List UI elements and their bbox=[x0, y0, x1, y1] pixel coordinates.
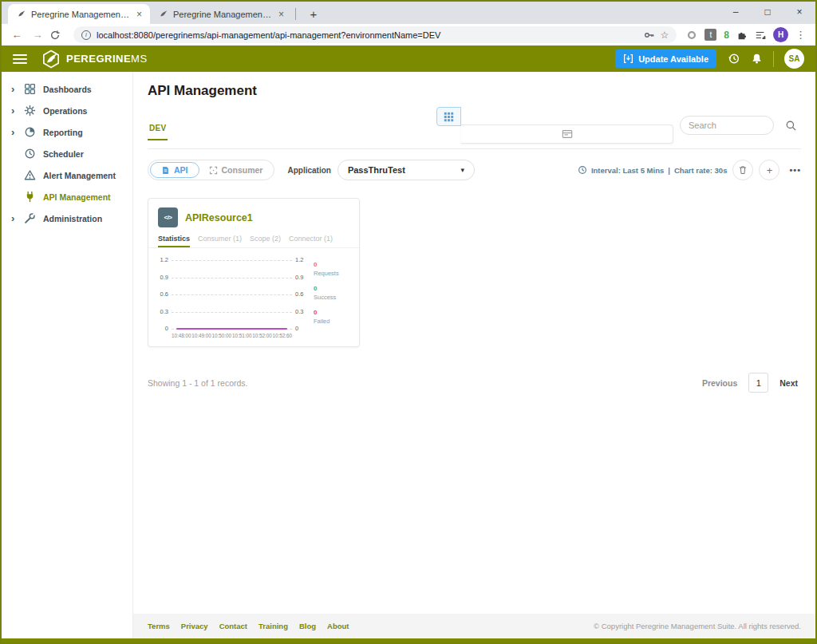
browser-profile-avatar[interactable]: H bbox=[773, 27, 788, 42]
search-icon[interactable] bbox=[780, 116, 801, 135]
minimize-button[interactable]: – bbox=[720, 2, 752, 22]
footer-link-blog[interactable]: Blog bbox=[299, 622, 316, 630]
notifications-bell-icon[interactable] bbox=[751, 53, 763, 65]
api-toggle-label: API bbox=[174, 165, 188, 175]
tab-scope[interactable]: Scope (2) bbox=[250, 235, 281, 247]
extensions-puzzle-icon[interactable] bbox=[736, 30, 748, 41]
tab-close-icon[interactable]: × bbox=[135, 9, 144, 20]
sidebar-item-label: Scheduler bbox=[43, 149, 84, 159]
url-text[interactable]: localhost:8080/peregrinems/api-managemen… bbox=[97, 30, 638, 40]
card-title[interactable]: APIResource1 bbox=[185, 212, 253, 223]
tab-title: Peregrine Management Portal bbox=[173, 10, 272, 19]
footer-link-training[interactable]: Training bbox=[259, 622, 288, 630]
brand-name-light: MS bbox=[131, 53, 148, 65]
legend-label: Requests bbox=[314, 270, 351, 277]
tab-close-icon[interactable]: × bbox=[277, 9, 286, 20]
y-axis-right: 1.2 0.9 0.6 0.3 0 bbox=[292, 260, 307, 329]
sidebar-item-operations[interactable]: › Operations bbox=[2, 100, 132, 121]
extension-t-icon[interactable]: t bbox=[705, 29, 716, 41]
reading-list-icon[interactable] bbox=[755, 30, 766, 41]
footer-link-terms[interactable]: Terms bbox=[148, 622, 170, 630]
interval-text: Interval: Last 5 Mins bbox=[591, 166, 664, 175]
back-button[interactable]: ← bbox=[8, 29, 26, 41]
tab-consumer[interactable]: Consumer (1) bbox=[198, 235, 242, 247]
interval-clock-icon bbox=[578, 165, 587, 175]
refresh-button[interactable] bbox=[49, 30, 67, 41]
add-button[interactable]: + bbox=[759, 160, 780, 180]
new-tab-button[interactable]: + bbox=[304, 7, 323, 21]
sidebar-item-scheduler[interactable]: Scheduler bbox=[2, 143, 132, 164]
legend-label: Failed bbox=[314, 318, 351, 325]
sidebar-item-label: Administration bbox=[43, 214, 102, 223]
forward-button[interactable]: → bbox=[29, 29, 46, 41]
consumer-toggle-button[interactable]: Consumer bbox=[199, 165, 273, 175]
x-tick: 10:51:00 bbox=[232, 333, 252, 338]
chart-plot-area bbox=[172, 260, 292, 329]
more-options-button[interactable]: ••• bbox=[789, 165, 801, 175]
close-button[interactable]: × bbox=[783, 2, 815, 22]
browser-tab-2[interactable]: Peregrine Management Portal × bbox=[150, 4, 292, 24]
url-field[interactable]: i localhost:8080/peregrinems/api-managem… bbox=[73, 26, 677, 43]
browser-menu-icon[interactable]: ⋮ bbox=[795, 29, 806, 41]
update-available-button[interactable]: Update Available bbox=[615, 49, 716, 68]
chevron-right-icon: › bbox=[11, 105, 24, 117]
y-axis-left: 1.2 0.9 0.6 0.3 0 bbox=[156, 260, 172, 329]
copyright-text: © Copyright Peregrine Management Suite. … bbox=[594, 622, 801, 630]
brand-logo[interactable]: PEREGRINEMS bbox=[41, 49, 148, 69]
pagination-previous[interactable]: Previous bbox=[702, 378, 737, 388]
bookmark-star-icon[interactable]: ☆ bbox=[661, 30, 669, 41]
pie-chart-icon bbox=[24, 126, 43, 138]
gridline bbox=[172, 278, 292, 279]
falcon-hexagon-logo-icon bbox=[41, 49, 61, 69]
update-button-label: Update Available bbox=[638, 54, 708, 64]
x-tick: 10:48:00 bbox=[172, 333, 191, 338]
application-dropdown[interactable]: PassThruTest ▾ bbox=[337, 160, 475, 180]
hamburger-menu-icon[interactable] bbox=[13, 54, 27, 64]
maximize-button[interactable]: □ bbox=[752, 2, 783, 22]
grid-view-button[interactable] bbox=[436, 107, 461, 126]
tab-dev[interactable]: DEV bbox=[148, 116, 168, 140]
browser-tab-1[interactable]: Peregrine Management Portal × bbox=[8, 4, 150, 24]
api-toggle-button[interactable]: API bbox=[150, 162, 199, 178]
bottom-accent-bar bbox=[2, 638, 815, 642]
gridline bbox=[172, 260, 292, 261]
sidebar-item-api-management[interactable]: API Management bbox=[2, 186, 132, 207]
window-controls: – □ × bbox=[720, 2, 815, 22]
sidebar-item-reporting[interactable]: › Reporting bbox=[2, 121, 132, 143]
sidebar-item-administration[interactable]: › Administration bbox=[2, 207, 132, 229]
sidebar-item-dashboards[interactable]: › Dashboards bbox=[2, 78, 132, 100]
chevron-right-icon: › bbox=[11, 83, 24, 95]
sidebar-item-label: Reporting bbox=[43, 128, 83, 137]
search-input[interactable] bbox=[680, 116, 774, 135]
pagination-next[interactable]: Next bbox=[780, 378, 798, 388]
sidebar-item-label: Dashboards bbox=[43, 85, 92, 94]
header-divider bbox=[773, 51, 774, 67]
legend-item-failed: 0 Failed bbox=[314, 309, 351, 325]
chevron-right-icon: › bbox=[11, 212, 24, 224]
alert-triangle-icon bbox=[24, 169, 43, 181]
history-icon[interactable] bbox=[727, 52, 740, 65]
browser-window: Peregrine Management Portal × Peregrine … bbox=[0, 0, 817, 644]
pagination-page-1[interactable]: 1 bbox=[748, 373, 768, 393]
main-content: API Management DEV bbox=[133, 72, 815, 614]
api-resource-card[interactable]: </> APIResource1 Statistics Consumer (1)… bbox=[148, 198, 360, 347]
filter-controls-row: API Consumer Application PassThruTest ▾ bbox=[148, 160, 801, 180]
extension-figure-icon[interactable]: 8 bbox=[724, 30, 729, 41]
tab-connector[interactable]: Connector (1) bbox=[289, 235, 333, 247]
delete-trash-button[interactable] bbox=[732, 160, 753, 180]
browser-address-bar: ← → i localhost:8080/peregrinems/api-man… bbox=[2, 24, 815, 45]
footer-link-contact[interactable]: Contact bbox=[219, 622, 247, 630]
dashboard-icon bbox=[24, 83, 43, 95]
legend-item-success: 0 Success bbox=[314, 285, 351, 301]
extension-donut-icon[interactable] bbox=[686, 30, 697, 41]
footer-link-privacy[interactable]: Privacy bbox=[181, 622, 208, 630]
card-view-button[interactable] bbox=[461, 124, 673, 144]
footer-link-about[interactable]: About bbox=[327, 622, 349, 630]
user-avatar[interactable]: SA bbox=[784, 49, 804, 69]
tab-statistics[interactable]: Statistics bbox=[158, 235, 190, 247]
wrench-icon bbox=[24, 212, 43, 224]
key-icon[interactable] bbox=[644, 30, 655, 41]
interval-divider: | bbox=[668, 166, 670, 175]
sidebar-item-alert-management[interactable]: Alert Management bbox=[2, 164, 132, 186]
site-info-icon[interactable]: i bbox=[81, 30, 91, 40]
